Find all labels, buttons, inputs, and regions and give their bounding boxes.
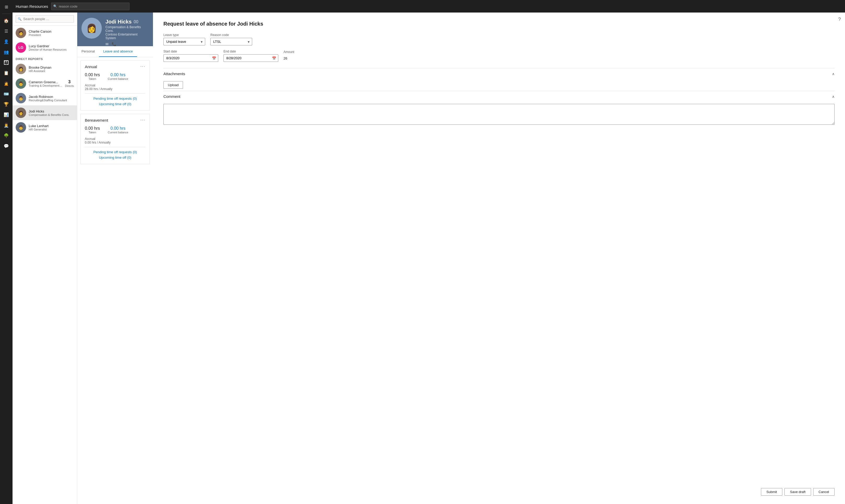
profile-area: 👩 Jodi Hicks 00 Compensation & Benefits …: [77, 13, 153, 504]
comment-section-header[interactable]: Comment ∧: [163, 91, 834, 102]
leave-hours-row-annual: 0.00 hrs Taken 0.00 hrs Current balance: [85, 73, 145, 80]
submit-button[interactable]: Submit: [761, 488, 783, 496]
tab-personal[interactable]: Personal: [77, 46, 99, 57]
start-date-input[interactable]: [163, 54, 218, 62]
people3-icon[interactable]: 👨‍💼: [2, 120, 11, 130]
tree-icon[interactable]: 🌳: [2, 131, 11, 140]
comment-chevron-icon: ∧: [832, 94, 834, 98]
upcoming-link-annual[interactable]: Upcoming time off (0): [85, 101, 145, 107]
person-info-jodi: Jodi Hicks Compensation & Benefits Cons.: [29, 109, 74, 116]
profile-contacts: ✉ 📞: [106, 42, 149, 46]
leave-hours-row-bereavement: 0.00 hrs Taken 0.00 hrs Current balance: [85, 126, 145, 134]
save-draft-button[interactable]: Save draft: [785, 488, 811, 496]
balance-value-annual: 0.00 hrs: [110, 73, 126, 77]
upcoming-link-bereavement[interactable]: Upcoming time off (0): [85, 155, 145, 160]
person-item-luke[interactable]: 👨 Luke Lenhart HR Generalist: [13, 120, 77, 135]
person-item-brooke[interactable]: 👩 Brooke Drynan HR Assistant: [13, 61, 77, 76]
avatar-jacob: 👨: [16, 93, 26, 103]
leave-cards: Annual ··· 0.00 hrs Taken 0.00 hrs Curre…: [77, 57, 153, 504]
start-date-group: Start date 📅: [163, 50, 218, 62]
form-actions: Submit Save draft Cancel: [163, 483, 834, 496]
tab-leave-absence[interactable]: Leave and absence: [99, 46, 137, 57]
leave-card-annual-title: Annual: [85, 65, 97, 69]
person-item-charlie[interactable]: 🧑 Charlie Carson President: [13, 25, 77, 40]
request-panel: ? Request leave of absence for Jodi Hick…: [153, 13, 845, 504]
person-name-cameron: Cameron Greenw...: [29, 80, 62, 84]
person-name-brooke: Brooke Drynan: [29, 66, 74, 69]
home-icon[interactable]: 🏠: [2, 16, 11, 25]
pending-link-annual[interactable]: Pending time off requests (0): [85, 96, 145, 101]
avatar-lucy: LG: [16, 42, 26, 53]
person-info-lucy: Lucy Gardner Director of Human Resources: [29, 44, 74, 51]
person2-icon[interactable]: 🙍: [2, 78, 11, 88]
help-icon[interactable]: ?: [838, 17, 841, 22]
upload-button[interactable]: Upload: [163, 81, 183, 89]
attachments-title: Attachments: [163, 72, 185, 76]
form-row-dates: Start date 📅 End date 📅 Amount 26: [163, 50, 834, 62]
leave-card-bereavement-title: Bereavement: [85, 118, 108, 122]
balance-group-bereavement: 0.00 hrs Current balance: [108, 126, 128, 134]
person-info-cameron: Cameron Greenw... Training & Development…: [29, 80, 62, 87]
cancel-button[interactable]: Cancel: [813, 488, 834, 496]
person-info-luke: Luke Lenhart HR Generalist: [29, 124, 74, 131]
directs-badge-cameron: 3 Directs: [65, 79, 74, 87]
attachments-section-header[interactable]: Attachments ∧: [163, 68, 834, 79]
search-input[interactable]: [16, 15, 74, 23]
avatar-luke: 👨: [16, 122, 26, 132]
person-list: 🧑 Charlie Carson President LG Lucy Gardn…: [13, 25, 77, 504]
contacts-icon[interactable]: 👥: [2, 47, 11, 57]
pending-link-bereavement[interactable]: Pending time off requests (0): [85, 149, 145, 155]
avatar-charlie: 🧑: [16, 28, 26, 38]
taken-value-bereavement: 0.00 hrs: [85, 126, 100, 131]
person-info-brooke: Brooke Drynan HR Assistant: [29, 66, 74, 73]
person-name-luke: Luke Lenhart: [29, 124, 74, 128]
taken-value-annual: 0.00 hrs: [85, 73, 100, 77]
attachments-chevron-icon: ∧: [832, 72, 834, 76]
attachments-content: Upload: [163, 81, 834, 89]
top-search-input[interactable]: [51, 3, 129, 10]
leave-type-select[interactable]: Unpaid leave Annual Leave Sick Leave Ber…: [163, 38, 205, 46]
report-icon[interactable]: 📊: [2, 110, 11, 119]
person-role-lucy: Director of Human Resources: [29, 48, 74, 51]
person-info-jacob: Jacob Robinson Recruiting&Staffing Consu…: [29, 95, 74, 102]
reason-code-select[interactable]: LTSL FMLA ADA Other: [211, 38, 252, 46]
end-date-input[interactable]: [223, 54, 278, 62]
person-item-jodi[interactable]: 👩 Jodi Hicks Compensation & Benefits Con…: [13, 105, 77, 120]
person-icon[interactable]: 👤: [2, 37, 11, 46]
badge-icon[interactable]: 🪪: [2, 89, 11, 98]
group-icon[interactable]: 👨‍👩‍👧: [2, 58, 11, 67]
profile-info: Jodi Hicks 00 Compensation & Benefits Co…: [106, 18, 149, 46]
person-item-cameron[interactable]: 👨 Cameron Greenw... Training & Developme…: [13, 76, 77, 91]
profile-name: Jodi Hicks: [106, 19, 131, 25]
profile-tabs: Personal Leave and absence: [77, 46, 153, 57]
reason-code-group: Reason code LTSL FMLA ADA Other: [211, 33, 252, 46]
phone-icon[interactable]: 📞: [112, 42, 116, 46]
balance-label-bereavement: Current balance: [108, 131, 128, 134]
leave-type-group: Leave type Unpaid leave Annual Leave Sic…: [163, 33, 205, 46]
person-info-charlie: Charlie Carson President: [29, 30, 74, 37]
comment-textarea[interactable]: [163, 104, 834, 125]
person-role-cameron: Training & Development Co: [29, 84, 62, 87]
balance-value-bereavement: 0.00 hrs: [110, 126, 126, 131]
start-date-label: Start date: [163, 50, 218, 53]
start-date-wrap: 📅: [163, 54, 218, 62]
form-row-leave-reason: Leave type Unpaid leave Annual Leave Sic…: [163, 33, 834, 46]
leave-card-annual-menu[interactable]: ···: [141, 64, 145, 69]
person-item-lucy[interactable]: LG Lucy Gardner Director of Human Resour…: [13, 40, 77, 55]
clipboard-icon[interactable]: 📋: [2, 68, 11, 77]
person-role-jacob: Recruiting&Staffing Consulant: [29, 98, 74, 102]
taken-label-bereavement: Taken: [89, 131, 96, 134]
award-icon[interactable]: 🏆: [2, 100, 11, 109]
email-icon[interactable]: ✉: [106, 42, 109, 46]
person-item-jacob[interactable]: 👨 Jacob Robinson Recruiting&Staffing Con…: [13, 91, 77, 105]
grid-icon[interactable]: ⊞: [2, 2, 11, 12]
leave-type-select-wrap: Unpaid leave Annual Leave Sick Leave Ber…: [163, 38, 205, 46]
chat-icon[interactable]: 💬: [2, 141, 11, 150]
taken-group-bereavement: 0.00 hrs Taken: [85, 126, 100, 134]
leave-card-bereavement-menu[interactable]: ···: [141, 118, 145, 122]
top-bar: Human Resources 🔍: [13, 0, 845, 13]
leave-accrual-bereavement: Accrual 0.00 hrs / Annually: [85, 137, 145, 144]
menu-icon[interactable]: ☰: [2, 26, 11, 36]
person-role-jodi: Compensation & Benefits Cons.: [29, 113, 74, 116]
amount-value: 26: [284, 55, 294, 62]
